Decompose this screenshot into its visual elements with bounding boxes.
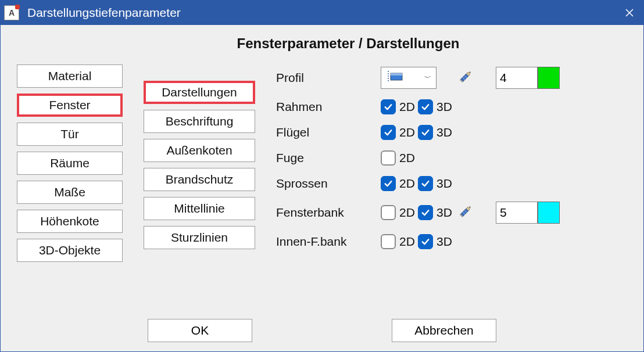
fensterbank-edit-icon[interactable] bbox=[455, 202, 475, 222]
page-heading: Fensterparameter / Darstellungen bbox=[69, 35, 627, 52]
primary-tab-3d-objekte[interactable]: 3D-Objekte bbox=[17, 239, 123, 262]
primary-tab-column: MaterialFensterTürRäumeMaßeHöhenkote3D-O… bbox=[17, 64, 123, 262]
rahmen-d2-checkbox[interactable] bbox=[381, 99, 396, 114]
fluegel-d2-label: 2D bbox=[399, 125, 415, 139]
cancel-button[interactable]: Abbrechen bbox=[392, 319, 496, 342]
rahmen-label: Rahmen bbox=[276, 100, 381, 114]
fensterbank-color-swatch[interactable] bbox=[538, 202, 560, 224]
dialog-footer: OK Abbrechen bbox=[17, 315, 627, 344]
secondary-tab-sturzlinien[interactable]: Sturzlinien bbox=[144, 226, 255, 249]
primary-tab-r-ume[interactable]: Räume bbox=[17, 152, 123, 175]
fensterbank-d2-label: 2D bbox=[399, 206, 415, 220]
titlebar: A Darstellungstiefenparameter bbox=[1, 1, 643, 25]
window-title: Darstellungstiefenparameter bbox=[27, 6, 616, 20]
dialog-window: A Darstellungstiefenparameter Fensterpar… bbox=[0, 0, 644, 352]
fluegel-d3-checkbox[interactable] bbox=[418, 125, 433, 140]
fluegel-d2-checkbox[interactable] bbox=[381, 125, 396, 140]
primary-tab-fenster[interactable]: Fenster bbox=[17, 94, 123, 117]
rahmen-d2-label: 2D bbox=[399, 100, 415, 114]
innenfbank-d3-checkbox[interactable] bbox=[418, 234, 433, 249]
parameter-panel: Profil ﹀ Rahmen 2D 3D Flügel bbox=[276, 64, 627, 249]
secondary-tab-darstellungen[interactable]: Darstellungen bbox=[144, 81, 255, 104]
rahmen-d3-checkbox[interactable] bbox=[418, 99, 433, 114]
primary-tab-material[interactable]: Material bbox=[17, 64, 123, 88]
secondary-tab-brandschutz[interactable]: Brandschutz bbox=[144, 168, 255, 191]
fuge-label: Fuge bbox=[276, 151, 381, 165]
profile-glyph-icon bbox=[386, 69, 409, 88]
sprossen-label: Sprossen bbox=[276, 177, 381, 191]
profil-dropdown[interactable]: ﹀ bbox=[381, 67, 437, 89]
sprossen-d2-label: 2D bbox=[399, 177, 415, 191]
fuge-d2-checkbox[interactable] bbox=[381, 150, 396, 166]
profil-value-input[interactable] bbox=[496, 67, 538, 89]
fensterbank-d2-checkbox[interactable] bbox=[381, 205, 396, 220]
profil-color-swatch[interactable] bbox=[538, 67, 560, 89]
secondary-tab-au-enkoten[interactable]: Außenkoten bbox=[144, 139, 255, 162]
ok-button[interactable]: OK bbox=[148, 319, 252, 342]
innenfbank-d2-checkbox[interactable] bbox=[381, 234, 396, 249]
fluegel-label: Flügel bbox=[276, 125, 381, 139]
fensterbank-d3-label: 3D bbox=[437, 206, 452, 220]
secondary-tab-beschriftung[interactable]: Beschriftung bbox=[144, 110, 255, 133]
sprossen-d3-checkbox[interactable] bbox=[418, 176, 433, 191]
profil-edit-icon[interactable] bbox=[455, 67, 475, 87]
fensterbank-d3-checkbox[interactable] bbox=[418, 205, 433, 220]
secondary-tab-mittellinie[interactable]: Mittellinie bbox=[144, 197, 255, 220]
primary-tab-ma-e[interactable]: Maße bbox=[17, 181, 123, 204]
sprossen-d3-label: 3D bbox=[437, 177, 452, 191]
fensterbank-label: Fensterbank bbox=[276, 206, 381, 220]
innenfbank-label: Innen-F.bank bbox=[276, 235, 381, 249]
innenfbank-d2-label: 2D bbox=[399, 235, 415, 249]
primary-tab-h-henkote[interactable]: Höhenkote bbox=[17, 210, 123, 233]
app-icon: A bbox=[4, 5, 19, 20]
svg-rect-2 bbox=[391, 73, 402, 76]
profil-label: Profil bbox=[276, 71, 381, 85]
primary-tab-t-r[interactable]: Tür bbox=[17, 123, 123, 146]
fensterbank-value-input[interactable] bbox=[496, 202, 538, 224]
rahmen-d3-label: 3D bbox=[437, 100, 452, 114]
client-area: Fensterparameter / Darstellungen Materia… bbox=[1, 25, 643, 351]
innenfbank-d3-label: 3D bbox=[437, 235, 452, 249]
chevron-down-icon: ﹀ bbox=[424, 73, 431, 83]
sprossen-d2-checkbox[interactable] bbox=[381, 176, 396, 191]
fuge-d2-label: 2D bbox=[399, 151, 415, 165]
secondary-tab-column: DarstellungenBeschriftungAußenkotenBrand… bbox=[144, 81, 255, 249]
fluegel-d3-label: 3D bbox=[437, 125, 452, 139]
close-button[interactable] bbox=[616, 1, 643, 25]
